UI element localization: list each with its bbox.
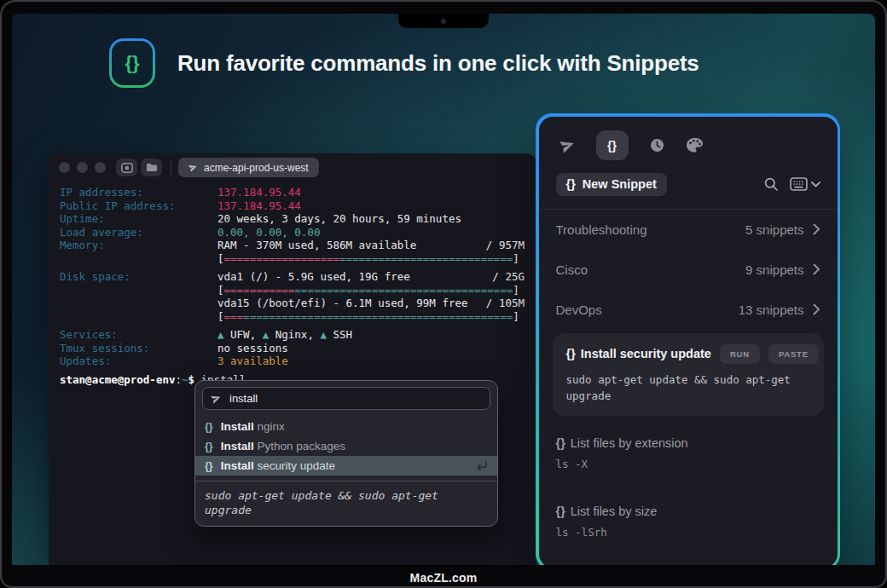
snippet-command-preview: sudo apt-get update && sudo apt-get upgr… (195, 481, 497, 526)
value-segment: ▲ (217, 328, 230, 341)
tab-snippets[interactable]: {} (596, 130, 629, 160)
suggestion-match: Install (221, 459, 254, 472)
paper-plane-icon (209, 391, 223, 406)
bar-used-portion: =========== (224, 284, 295, 297)
tab-themes[interactable] (686, 137, 704, 153)
terminal-value: no sessions (217, 342, 288, 355)
bar-free-portion: =========================== (339, 252, 513, 265)
snippet-item[interactable]: {}List files by sizels -lSrh (539, 494, 838, 539)
screen: {} Run favorite commands in one click wi… (12, 14, 875, 565)
snippet-title-text: List files by size (571, 504, 658, 518)
sftp-button[interactable] (141, 159, 162, 176)
page-title-highlight: Snippets (606, 50, 699, 77)
suggestion-item[interactable]: {}Install Python packages (195, 436, 497, 456)
bar-free-portion: ========================================… (243, 310, 513, 323)
prompt-segment: ~ (182, 373, 188, 387)
chevron-right-icon (813, 223, 820, 235)
value-segment: 3 available (217, 355, 288, 367)
terminal-tabbar: acme-api-prod-us-west (49, 153, 536, 182)
bar-free-portion: ================================== (294, 284, 513, 297)
palette-icon (686, 137, 704, 153)
terminal-value: vda1 (/) - 5.9G used, 19G free (217, 270, 410, 284)
terminal-line: vda15 (/boot/efi) - 6.1M used, 99M free/… (60, 297, 525, 310)
terminal-value: ▲ UFW, ▲ Nginx, ▲ SSH (217, 328, 352, 342)
group-count: 9 snippets (745, 262, 803, 277)
terminal-right-value: / 25G (492, 270, 525, 284)
search-icon[interactable] (762, 176, 780, 193)
curly-braces-icon: {} (112, 41, 153, 85)
featured-snippet-title: {}Install security update (566, 347, 711, 360)
host-button[interactable] (116, 159, 137, 176)
chevron-right-icon (813, 263, 820, 275)
tab-hosts[interactable] (559, 137, 576, 153)
snippet-search-query: install (229, 392, 258, 405)
snippet-group-row[interactable]: Troubleshooting5 snippets (539, 210, 838, 250)
snippet-search-box[interactable]: install (202, 387, 490, 410)
host-icon (121, 163, 133, 173)
paste-button[interactable]: PASTE (768, 344, 819, 364)
panel-tab-strip: {} (539, 117, 838, 161)
snippet-title-text: List files by extension (571, 436, 688, 450)
run-button[interactable]: RUN (720, 344, 760, 364)
curly-braces-icon: {} (205, 460, 213, 472)
terminal-tab-label: acme-api-prod-us-west (204, 162, 309, 174)
terminal-line: Disk space:vda1 (/) - 5.9G used, 19G fre… (60, 270, 525, 284)
new-snippet-button[interactable]: {} New Snippet (556, 173, 667, 196)
terminal-right-value: / 957M (486, 239, 525, 252)
snippet-group-row[interactable]: Cisco9 snippets (539, 250, 838, 290)
suggestion-item[interactable]: {}Install security update (195, 456, 497, 476)
terminal-tab[interactable]: acme-api-prod-us-west (178, 158, 319, 177)
terminal-label: Tmux sessions: (60, 342, 217, 355)
value-segment: ▲ (320, 328, 333, 341)
terminal-line: [=======================================… (60, 252, 525, 266)
terminal-right-value: / 105M (486, 297, 525, 310)
window-close-button[interactable] (59, 162, 70, 173)
keyboard-shortcuts-button[interactable] (790, 177, 820, 191)
group-name: Troubleshooting (556, 222, 647, 237)
snippet-command: ls -X (556, 458, 820, 470)
terminal-label: Services: (60, 328, 217, 342)
terminal-value: 137.184.95.44 (217, 186, 301, 199)
window-minimize-button[interactable] (77, 162, 88, 173)
suggestion-rest: Python packages (254, 440, 345, 453)
value-segment: 137.184.95.44 (217, 199, 301, 212)
snippet-group-row[interactable]: DevOps13 snippets (539, 290, 838, 330)
terminal-line: Public IP address:137.184.95.44 (60, 199, 525, 213)
terminal-line: Load average:0.00, 0.00, 0.00 (60, 226, 525, 239)
tab-history[interactable] (649, 137, 665, 153)
curly-braces-icon: {} (556, 504, 565, 518)
featured-snippet-card[interactable]: {}Install security update RUN PASTE sudo… (553, 333, 824, 416)
terminal-line: Uptime:20 weeks, 3 days, 20 hours, 59 mi… (60, 212, 525, 226)
suggestion-item[interactable]: {}Install nginx (195, 417, 497, 436)
group-count: 5 snippets (745, 222, 803, 237)
snippet-item[interactable]: {}List files by extensionls -X (539, 426, 838, 470)
tabbar-divider (171, 161, 171, 175)
curly-braces-icon: {} (205, 421, 213, 433)
terminal-label (60, 297, 217, 310)
value-segment: ▲ (263, 328, 275, 341)
value-segment: RAM - 370M used, 586M available (217, 239, 416, 251)
terminal-line: IP addresses:137.184.95.44 (60, 186, 525, 199)
group-count: 13 snippets (739, 303, 804, 317)
bar-bracket: [ (217, 252, 224, 265)
prompt-segment: $ (188, 373, 195, 387)
window-zoom-button[interactable] (95, 162, 106, 173)
value-segment: UFW, (230, 328, 263, 341)
value-segment: 20 weeks, 3 days, 20 hours, 59 minutes (217, 212, 461, 225)
suggestion-rest: nginx (254, 420, 285, 433)
terminal-label: Updates: (60, 355, 217, 368)
terminal-label: Uptime: (60, 212, 217, 226)
group-name: Cisco (556, 262, 588, 277)
terminal-line: Tmux sessions:no sessions (60, 342, 525, 355)
suggestion-label: Install security update (221, 459, 335, 472)
terminal-line: Services:▲ UFW, ▲ Nginx, ▲ SSH (60, 328, 525, 342)
terminal-value: RAM - 370M used, 586M available (217, 239, 416, 252)
curly-braces-icon: {} (205, 441, 213, 453)
bar-bracket: ] (513, 310, 519, 323)
prompt-segment: : (175, 373, 182, 387)
value-segment: no sessions (217, 342, 288, 355)
terminal-line: [=======================================… (60, 310, 525, 324)
watermark: MacZL.com (0, 571, 887, 585)
value-segment: vda15 (/boot/efi) - 6.1M used, 99M free (217, 297, 468, 309)
snippet-groups-list: Troubleshooting5 snippetsCisco9 snippets… (539, 210, 838, 330)
